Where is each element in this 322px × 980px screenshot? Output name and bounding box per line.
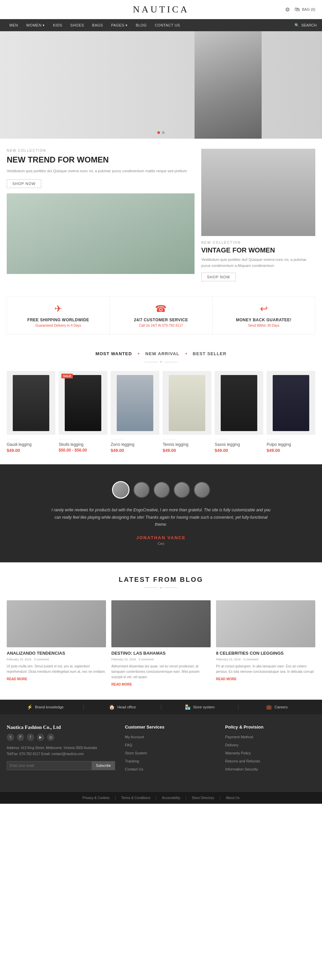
footer-subscribe-button[interactable]: Subscribe bbox=[92, 761, 115, 770]
nav-item-blog[interactable]: BLOG bbox=[132, 19, 151, 31]
social-instagram[interactable]: ◎ bbox=[47, 733, 54, 741]
blog-title-3[interactable]: 8 CELEBRITIES CON LEGGINGS bbox=[216, 651, 315, 656]
info-item-store[interactable]: 🏪 Store system bbox=[161, 704, 238, 710]
collection-left-shop-btn[interactable]: SHOP NOW bbox=[7, 179, 41, 188]
product-name-6[interactable]: Pulpo legging bbox=[266, 442, 315, 447]
social-twitter[interactable]: 𝕏 bbox=[7, 733, 14, 741]
testimonial-section: I rarely write reviews for products but … bbox=[0, 464, 322, 562]
bottom-link-accessibility[interactable]: Accessibility bbox=[162, 796, 180, 800]
blog-read-more-3[interactable]: READ MORE bbox=[216, 677, 315, 681]
footer-link-tracking[interactable]: Tracking bbox=[125, 758, 215, 764]
product-image-1[interactable] bbox=[7, 371, 56, 435]
product-image-2[interactable]: SALE bbox=[59, 371, 107, 435]
nav-item-kids[interactable]: KIDS bbox=[49, 19, 67, 31]
footer-link-faq[interactable]: FAQ bbox=[125, 741, 215, 748]
product-price-5: $49.00 bbox=[215, 448, 263, 453]
product-name-2[interactable]: Skulls legging bbox=[59, 442, 107, 447]
blog-title-2[interactable]: DESTINO: LAS BAHAMAS bbox=[111, 651, 211, 656]
hero-section bbox=[0, 31, 322, 138]
product-image-6[interactable] bbox=[266, 371, 315, 435]
product-stars-4: ☆☆☆☆☆ bbox=[163, 438, 211, 441]
avatar-3[interactable] bbox=[154, 482, 170, 498]
footer-link-contact[interactable]: Contact Us bbox=[125, 766, 215, 772]
product-stars-5: ☆☆☆☆☆ bbox=[215, 438, 263, 441]
blog-title-1[interactable]: ANALIZANDO TENDENCIAS bbox=[7, 651, 106, 656]
nav-item-contact[interactable]: CONTACT US bbox=[151, 19, 184, 31]
product-card-1: ☆☆☆☆☆ Gaudi legging $49.00 bbox=[7, 371, 56, 454]
store-label: Store system bbox=[193, 705, 215, 709]
footer-link-payment[interactable]: Payment Method bbox=[225, 733, 315, 740]
logo[interactable]: NAUTICA bbox=[133, 4, 189, 15]
social-pinterest[interactable]: P bbox=[17, 733, 24, 741]
gear-icon[interactable]: ⚙ bbox=[285, 6, 290, 13]
hero-dot-2[interactable] bbox=[162, 131, 165, 134]
product-image-3[interactable] bbox=[111, 371, 159, 435]
bag-icon: 🛍 bbox=[295, 6, 300, 13]
footer-link-myaccount[interactable]: My Account bbox=[125, 733, 215, 740]
bottom-link-store-directory[interactable]: Store Directory bbox=[192, 796, 214, 800]
nav-item-shoes[interactable]: SHOES bbox=[67, 19, 88, 31]
footer-social-icons: 𝕏 P f ▶ ◎ bbox=[7, 733, 115, 741]
product-card-4: ☆☆☆☆☆ Tennis legging $49.00 bbox=[163, 371, 211, 454]
product-name-4[interactable]: Tennis legging bbox=[163, 442, 211, 447]
product-name-1[interactable]: Gaudi legging bbox=[7, 442, 56, 447]
blog-section-title: LATEST FROM BLOG bbox=[7, 576, 315, 584]
bottom-link-terms[interactable]: Terms & Conditions bbox=[121, 796, 150, 800]
features-section: ✈ FREE SHIPPING WORLDWIDE Guaranteed Del… bbox=[7, 296, 315, 334]
navigation: MEN WOMEN ▾ KIDS SHOES BAGS PAGES ▾ BLOG… bbox=[0, 19, 322, 31]
blog-image-1[interactable] bbox=[7, 600, 106, 647]
footer-link-infosecurity[interactable]: Information Security bbox=[225, 766, 315, 772]
info-item-brand[interactable]: ⚡ Brand knowledge bbox=[7, 704, 84, 710]
blog-image-2[interactable] bbox=[111, 600, 211, 647]
nav-item-pages[interactable]: PAGES ▾ bbox=[107, 19, 132, 31]
products-grid: ☆☆☆☆☆ Gaudi legging $49.00 SALE ☆☆☆☆☆ Sk… bbox=[7, 371, 315, 454]
search-label: SEARCH bbox=[301, 23, 317, 27]
collection-right-shop-btn[interactable]: SHOP NOW bbox=[201, 273, 236, 282]
product-image-4[interactable] bbox=[163, 371, 211, 435]
product-info-6: ☆☆☆☆☆ Pulpo legging $49.00 bbox=[266, 435, 315, 454]
tab-new-arrival[interactable]: NEW ARRIVAL bbox=[145, 351, 179, 356]
product-card-3: ☆☆☆☆☆ Zorro legging $49.00 bbox=[111, 371, 159, 454]
info-bar: ⚡ Brand knowledge 🏠 Head office 🏪 Store … bbox=[0, 700, 322, 714]
footer-link-storesystem[interactable]: Store System bbox=[125, 750, 215, 756]
footer-email-input[interactable] bbox=[7, 761, 92, 770]
bottom-link-privacy[interactable]: Privacy & Cookies bbox=[82, 796, 110, 800]
social-youtube[interactable]: ▶ bbox=[37, 733, 44, 741]
product-card-2: SALE ☆☆☆☆☆ Skulls legging $50.00 - $56.0… bbox=[59, 371, 107, 454]
blog-read-more-1[interactable]: READ MORE bbox=[7, 677, 106, 681]
footer-link-returns[interactable]: Returns and Refunds bbox=[225, 758, 315, 764]
nav-search[interactable]: 🔍 SEARCH bbox=[295, 23, 317, 27]
footer-brand-col: Nautica Fashion Co., Ltd 𝕏 P f ▶ ◎ Addre… bbox=[7, 724, 115, 774]
tab-best-seller[interactable]: BEST SELLER bbox=[193, 351, 227, 356]
footer-link-delivery[interactable]: Delivery bbox=[225, 741, 315, 748]
product-image-5[interactable] bbox=[215, 371, 263, 435]
info-item-careers[interactable]: 💼 Careers bbox=[238, 704, 315, 710]
info-item-office[interactable]: 🏠 Head office bbox=[84, 704, 161, 710]
footer-link-warranty[interactable]: Warranty Policy bbox=[225, 750, 315, 756]
nav-item-women[interactable]: WOMEN ▾ bbox=[22, 19, 49, 31]
tab-most-wanted[interactable]: MOST WANTED bbox=[95, 351, 132, 356]
bag-button[interactable]: 🛍 BAG (0) bbox=[295, 6, 315, 13]
product-name-3[interactable]: Zorro legging bbox=[111, 442, 159, 447]
avatar-1[interactable] bbox=[112, 481, 130, 499]
blog-read-more-2[interactable]: READ MORE bbox=[111, 682, 211, 686]
nav-item-men[interactable]: MEN bbox=[5, 19, 22, 31]
careers-icon: 💼 bbox=[266, 704, 272, 710]
avatar-2[interactable] bbox=[133, 482, 150, 498]
footer-brand-name: Nautica Fashion Co., Ltd bbox=[7, 724, 115, 730]
social-facebook[interactable]: f bbox=[27, 733, 34, 741]
support-subtitle: Call Us 24/7 At 070-782-9117 bbox=[139, 324, 183, 327]
avatar-4[interactable] bbox=[174, 482, 190, 498]
nav-item-bags[interactable]: BAGS bbox=[88, 19, 107, 31]
feature-returns: ↩ MONEY BACK GUARATEE! Send Within 30 Da… bbox=[213, 296, 315, 334]
nav-items: MEN WOMEN ▾ KIDS SHOES BAGS PAGES ▾ BLOG… bbox=[5, 19, 295, 31]
product-card-5: ☆☆☆☆☆ Saxos legging $49.00 bbox=[215, 371, 263, 454]
hero-dots bbox=[157, 131, 165, 134]
product-name-5[interactable]: Saxos legging bbox=[215, 442, 263, 447]
hero-dot-1[interactable] bbox=[157, 131, 160, 134]
blog-meta-3: February 15, 2016 0 comment bbox=[216, 658, 315, 661]
avatar-5[interactable] bbox=[194, 482, 210, 498]
blog-image-3[interactable] bbox=[216, 600, 315, 647]
bottom-link-about[interactable]: About Us bbox=[226, 796, 240, 800]
blog-comments-3: 0 comment bbox=[244, 658, 259, 661]
